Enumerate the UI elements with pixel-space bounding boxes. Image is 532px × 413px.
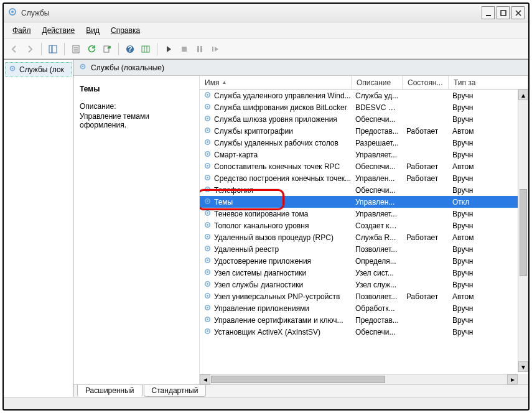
properties-button[interactable] — [69, 42, 83, 56]
gear-icon — [8, 64, 17, 75]
scroll-up-button[interactable]: ▴ — [518, 90, 528, 100]
scroll-down-button[interactable]: ▾ — [518, 361, 528, 372]
service-name: Установщик ActiveX (AxInstSV) — [214, 328, 320, 336]
start-service-button[interactable] — [162, 42, 175, 56]
tree-pane: Службы (лок — [4, 60, 73, 397]
service-desc: Позволяет... — [352, 245, 403, 254]
service-desc: Управляет... — [352, 151, 403, 159]
service-row[interactable]: Узел универсальных PNP-устройствПозволяе… — [200, 290, 528, 302]
titlebar: Службы — [4, 4, 528, 22]
columns-button[interactable] — [139, 42, 152, 56]
service-icon — [203, 244, 212, 254]
svg-point-22 — [207, 106, 208, 108]
service-name: Узел службы диагностики — [214, 281, 303, 289]
service-desc: Предостав... — [352, 316, 403, 325]
service-type: Вручн — [449, 316, 528, 325]
service-row[interactable]: Удаленный реестрПозволяет...Вручн — [200, 243, 528, 255]
service-row[interactable]: Службы криптографииПредостав...РаботаетА… — [200, 125, 528, 137]
service-type: Автом — [449, 233, 528, 242]
show-tree-button[interactable] — [46, 42, 60, 56]
service-type: Вручн — [449, 103, 528, 112]
restart-service-button — [208, 42, 222, 56]
service-type: Вручн — [449, 304, 528, 313]
svg-point-42 — [207, 224, 208, 226]
service-row[interactable]: Смарт-картаУправляет...Вручн — [200, 149, 528, 160]
service-type: Вручн — [449, 174, 528, 183]
scroll-left-button[interactable]: ◂ — [200, 374, 210, 384]
refresh-button[interactable] — [85, 42, 98, 56]
scroll-right-button[interactable]: ▸ — [507, 374, 518, 384]
svg-rect-10 — [142, 46, 149, 52]
service-state: Работает — [403, 233, 449, 242]
tab-extended[interactable]: Расширенный — [77, 385, 142, 397]
service-row[interactable]: Удаленный вызов процедур (RPC)Служба R..… — [200, 231, 528, 243]
menu-view[interactable]: Вид — [81, 24, 105, 37]
service-row[interactable]: Узел службы диагностикиУзел служ...Вручн — [200, 279, 528, 290]
menu-file[interactable]: Файл — [7, 24, 36, 37]
column-state[interactable]: Состоян... — [403, 76, 449, 89]
tab-standard[interactable]: Стандартный — [144, 385, 207, 397]
service-icon — [203, 233, 212, 243]
export-button[interactable] — [100, 42, 114, 56]
maximize-button[interactable] — [497, 6, 510, 19]
gear-icon — [78, 62, 87, 73]
service-row[interactable]: Службы удаленных рабочих столовРазрешает… — [200, 137, 528, 149]
service-type: Вручн — [449, 281, 528, 289]
service-row[interactable]: Удостоверение приложенияОпределя...Вручн — [200, 255, 528, 267]
service-type: Вручн — [449, 151, 528, 159]
service-name: Телефония — [214, 186, 253, 195]
service-name: Службы удаленных рабочих столов — [214, 139, 338, 147]
service-row[interactable]: Средство построения конечных точек...Упр… — [200, 172, 528, 184]
service-type: Автом — [449, 292, 528, 301]
service-icon — [203, 197, 212, 207]
service-name: Служба шлюза уровня приложения — [214, 115, 337, 124]
scrollbar-thumb[interactable] — [520, 189, 527, 276]
service-row[interactable]: Служба удаленного управления Wind...Служ… — [200, 90, 528, 101]
service-row[interactable]: Сопоставитель конечных точек RPCОбеспечи… — [200, 160, 528, 172]
service-name: Удаленный вызов процедур (RPC) — [214, 233, 334, 242]
pane-header-title: Службы (локальные) — [91, 63, 164, 72]
svg-point-56 — [207, 307, 208, 309]
service-type: Вручн — [449, 91, 528, 100]
service-row[interactable]: Служба шлюза уровня приложенияОбеспечи..… — [200, 113, 528, 125]
horizontal-scrollbar[interactable]: ◂ ▸ — [200, 374, 518, 384]
service-desc: Предостав... — [352, 127, 403, 136]
service-icon — [203, 91, 212, 101]
service-name: Темы — [214, 198, 233, 206]
service-desc: Управлен... — [352, 198, 403, 206]
menu-help[interactable]: Справка — [106, 24, 145, 37]
column-name[interactable]: Имя▲ — [200, 76, 352, 89]
service-row[interactable]: Тополог канального уровняСоздает ка...Вр… — [200, 220, 528, 231]
service-desc: Обеспечи... — [352, 328, 403, 336]
column-type[interactable]: Тип за — [449, 76, 528, 89]
menu-action[interactable]: Действие — [37, 24, 80, 37]
close-button[interactable] — [511, 6, 525, 19]
service-row[interactable]: ТелефонияОбеспечи...Вручн — [200, 184, 528, 196]
description-label: Описание: — [80, 102, 193, 111]
service-icon — [203, 327, 212, 337]
service-state: Работает — [403, 127, 449, 136]
service-desc: Создает ка... — [352, 221, 403, 230]
minimize-button[interactable] — [482, 6, 495, 19]
stop-service-button — [177, 42, 191, 56]
service-row[interactable]: Управление приложениямиОбработк...Вручн — [200, 302, 528, 314]
service-icon — [203, 280, 212, 290]
service-row[interactable]: Теневое копирование томаУправляет...Вруч… — [200, 208, 528, 220]
service-name: Управление приложениями — [214, 304, 309, 313]
service-row[interactable]: ТемыУправлен...Откл — [200, 196, 528, 208]
service-row[interactable]: Установщик ActiveX (AxInstSV)Обеспечи...… — [200, 326, 528, 338]
vertical-scrollbar[interactable]: ▴ ▾ — [518, 90, 528, 372]
column-desc[interactable]: Описание — [352, 76, 403, 89]
svg-rect-5 — [52, 45, 57, 53]
help-button[interactable]: ? — [123, 42, 137, 56]
service-row[interactable]: Управление сертификатами и ключ...Предос… — [200, 314, 528, 326]
svg-rect-4 — [49, 45, 52, 53]
service-row[interactable]: Служба шифрования дисков BitLockerBDESVC… — [200, 101, 528, 113]
tree-node-services[interactable]: Службы (лок — [5, 62, 72, 77]
pause-service-button — [193, 42, 207, 56]
scrollbar-thumb[interactable] — [211, 376, 385, 383]
description-text: Управление темами оформления. — [80, 112, 193, 129]
service-row[interactable]: Узел системы диагностикиУзел сист...Вруч… — [200, 267, 528, 279]
service-icon — [203, 126, 212, 136]
svg-point-18 — [82, 66, 84, 68]
